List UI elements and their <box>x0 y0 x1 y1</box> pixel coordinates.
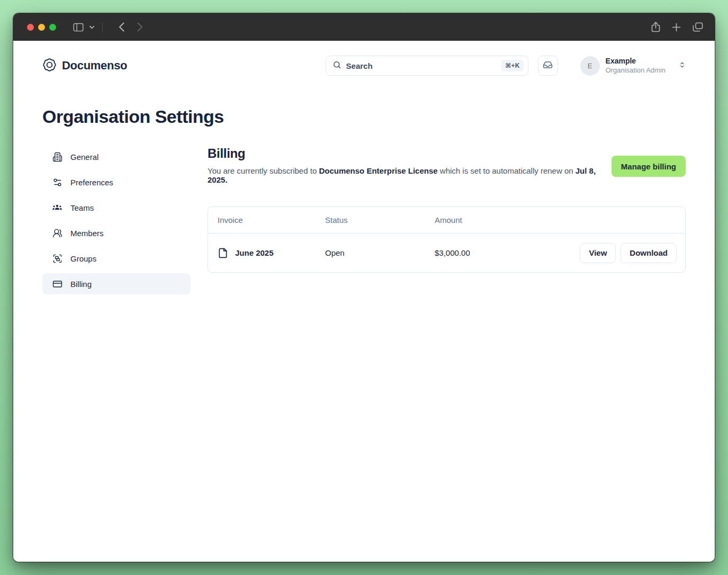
column-header-invoice: Invoice <box>208 215 325 224</box>
sidebar-item-label: General <box>70 152 98 161</box>
inbox-button[interactable] <box>538 56 558 76</box>
sidebar-item-label: Billing <box>70 280 92 289</box>
sidebar-item-general[interactable]: General <box>42 146 191 167</box>
new-tab-icon[interactable] <box>672 23 681 32</box>
settings-sidebar: General Preferences <box>42 146 191 294</box>
view-invoice-button[interactable]: View <box>580 243 616 263</box>
table-header-row: Invoice Status Amount <box>208 207 685 233</box>
plan-name: Documenso Enterprise License <box>319 166 437 175</box>
sliders-icon <box>52 177 62 187</box>
sidebar-item-groups[interactable]: Groups <box>42 248 191 269</box>
sidebar-item-label: Preferences <box>70 178 113 187</box>
sidebar-item-preferences[interactable]: Preferences <box>42 172 191 193</box>
user-menu[interactable]: E Example Organisation Admin <box>580 56 686 76</box>
sidebar-item-label: Groups <box>70 254 96 263</box>
credit-card-icon <box>52 279 62 289</box>
chevrons-up-down-icon <box>679 61 686 71</box>
zoom-window-button[interactable] <box>49 24 56 31</box>
column-header-amount: Amount <box>435 215 562 224</box>
user-role: Organisation Admin <box>606 66 666 75</box>
app-header: Documenso ⌘+K E <box>13 47 715 84</box>
titlebar-divider <box>102 22 103 32</box>
minimize-window-button[interactable] <box>38 24 45 31</box>
table-row: June 2025 Open $3,000.00 View Download <box>208 233 685 272</box>
user-name: Example <box>606 57 666 66</box>
inbox-icon <box>543 60 553 72</box>
share-icon[interactable] <box>651 22 660 32</box>
invoices-table: Invoice Status Amount June 2025 <box>208 206 686 273</box>
sidebar-item-teams[interactable]: Teams <box>42 197 191 218</box>
search-bar[interactable]: ⌘+K <box>326 56 528 76</box>
group-frame-icon <box>52 254 62 264</box>
invoice-period: June 2025 <box>235 248 274 257</box>
sidebar-toggle-icon[interactable] <box>73 23 84 32</box>
page-title: Organisation Settings <box>13 106 715 127</box>
avatar: E <box>580 56 600 76</box>
subscription-text: You are currently subscribed to Documens… <box>208 166 603 184</box>
close-window-button[interactable] <box>27 24 34 31</box>
brand-name: Documenso <box>62 59 127 73</box>
search-icon <box>332 60 341 71</box>
manage-billing-button[interactable]: Manage billing <box>612 156 686 177</box>
download-invoice-button[interactable]: Download <box>621 243 677 263</box>
sidebar-item-members[interactable]: Members <box>42 222 191 244</box>
documenso-badge-icon <box>42 58 57 74</box>
window-titlebar <box>13 13 715 41</box>
building-icon <box>52 152 62 162</box>
file-icon <box>218 247 228 259</box>
search-input[interactable] <box>346 61 502 70</box>
traffic-lights <box>27 24 56 31</box>
browser-window: Documenso ⌘+K E <box>13 13 715 562</box>
back-button[interactable] <box>119 22 124 32</box>
tab-overview-icon[interactable] <box>693 22 703 32</box>
column-header-status: Status <box>325 215 435 224</box>
invoice-amount: $3,000.00 <box>435 248 562 257</box>
billing-heading: Billing <box>208 146 603 161</box>
users-icon <box>52 228 62 238</box>
invoice-status: Open <box>325 248 435 257</box>
brand-logo[interactable]: Documenso <box>42 58 127 74</box>
sidebar-chevron-down-icon[interactable] <box>89 25 95 29</box>
sidebar-item-label: Members <box>70 229 104 238</box>
sidebar-item-label: Teams <box>70 203 94 212</box>
billing-panel: Billing You are currently subscribed to … <box>208 146 686 294</box>
sidebar-item-billing[interactable]: Billing <box>42 273 191 294</box>
people-group-icon <box>52 202 62 213</box>
search-shortcut-badge: ⌘+K <box>501 60 523 71</box>
app-content: Documenso ⌘+K E <box>13 41 715 562</box>
forward-button[interactable] <box>137 22 143 32</box>
